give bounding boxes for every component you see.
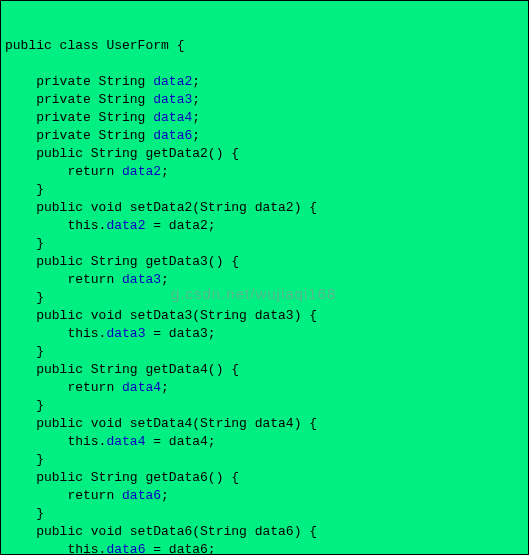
code-line: private String data4; <box>5 109 524 127</box>
code-field-ref: data3 <box>122 272 161 287</box>
code-line: } <box>5 289 524 307</box>
code-line <box>5 55 524 73</box>
code-field-ref: data6 <box>106 542 145 555</box>
code-line: } <box>5 451 524 469</box>
code-field-ref: data2 <box>106 218 145 233</box>
code-field-ref: data2 <box>122 164 161 179</box>
code-line: return data2; <box>5 163 524 181</box>
code-line: public void setData3(String data3) { <box>5 307 524 325</box>
code-line: } <box>5 397 524 415</box>
code-line: } <box>5 181 524 199</box>
code-field-ref: data4 <box>153 110 192 125</box>
code-line: public String getData4() { <box>5 361 524 379</box>
code-line: this.data4 = data4; <box>5 433 524 451</box>
code-line: private String data6; <box>5 127 524 145</box>
code-field-ref: data4 <box>122 380 161 395</box>
code-line: } <box>5 235 524 253</box>
code-line: public String getData6() { <box>5 469 524 487</box>
code-field-ref: data6 <box>122 488 161 503</box>
code-line: this.data6 = data6; <box>5 541 524 555</box>
code-line: public String getData2() { <box>5 145 524 163</box>
code-line: this.data2 = data2; <box>5 217 524 235</box>
code-line: return data6; <box>5 487 524 505</box>
code-line: return data3; <box>5 271 524 289</box>
code-line: public void setData6(String data6) { <box>5 523 524 541</box>
code-lines-container: public class UserForm { private String d… <box>5 37 524 555</box>
code-line: private String data3; <box>5 91 524 109</box>
code-field-ref: data3 <box>106 326 145 341</box>
code-field-ref: data2 <box>153 74 192 89</box>
code-block: public class UserForm { private String d… <box>0 0 529 555</box>
code-line: } <box>5 505 524 523</box>
code-line: private String data2; <box>5 73 524 91</box>
code-line: public String getData3() { <box>5 253 524 271</box>
code-field-ref: data3 <box>153 92 192 107</box>
code-line: public void setData4(String data4) { <box>5 415 524 433</box>
code-line: return data4; <box>5 379 524 397</box>
code-line: public void setData2(String data2) { <box>5 199 524 217</box>
code-field-ref: data4 <box>106 434 145 449</box>
code-line: } <box>5 343 524 361</box>
code-line: this.data3 = data3; <box>5 325 524 343</box>
code-field-ref: data6 <box>153 128 192 143</box>
code-line: public class UserForm { <box>5 37 524 55</box>
